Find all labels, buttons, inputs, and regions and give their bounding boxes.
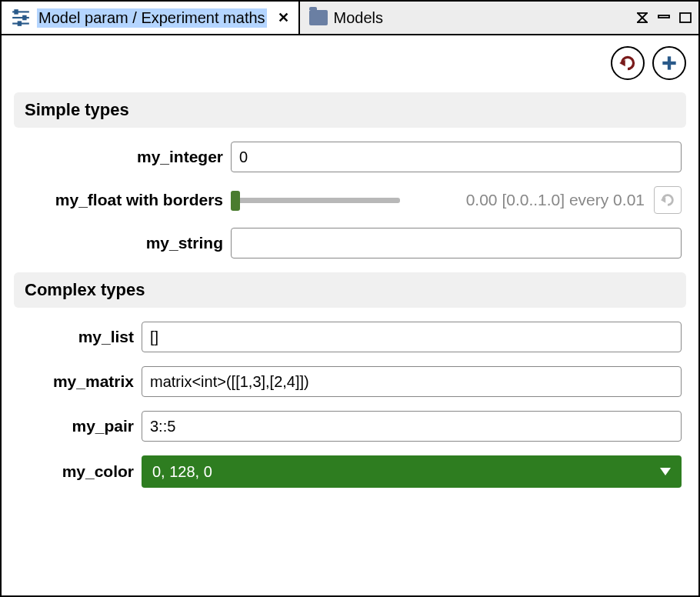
label-my-pair: my_pair [18,417,134,435]
tab-models[interactable]: Models [300,2,392,34]
input-my-pair[interactable] [142,411,682,442]
tab-params-title: Model param / Experiment maths [37,8,267,28]
caption-my-float: 0.00 [0.0..1.0] every 0.01 [406,191,648,209]
hourglass-icon[interactable] [635,12,649,23]
row-my-integer: my_integer [18,142,682,172]
label-my-matrix: my_matrix [18,372,134,391]
add-button[interactable] [652,46,686,80]
toolbar [2,35,698,80]
row-my-matrix: my_matrix [18,366,682,397]
svg-rect-10 [658,15,669,18]
undo-button[interactable] [611,46,645,80]
label-my-string: my_string [18,234,223,252]
window-controls [635,2,692,34]
row-my-float: my_float with borders 0.00 [0.0..1.0] ev… [18,186,682,214]
sliders-icon [11,8,31,28]
label-my-float: my_float with borders [18,191,223,209]
maximize-icon[interactable] [678,12,692,23]
svg-rect-3 [15,10,17,13]
svg-rect-5 [18,22,21,25]
row-my-string: my_string [18,228,682,258]
reset-my-float-button[interactable] [654,186,682,214]
close-tab-icon[interactable]: ✕ [278,9,289,26]
tab-bar: Model param / Experiment maths ✕ Models [2,2,698,35]
row-my-list: my_list [18,322,682,352]
slider-my-float-wrap: 0.00 [0.0..1.0] every 0.01 [231,186,682,214]
input-my-matrix[interactable] [142,366,682,397]
slider-thumb-icon[interactable] [231,191,240,211]
color-value: 0, 128, 0 [152,463,212,481]
label-my-list: my_list [18,328,134,346]
section-simple-body: my_integer my_float with borders 0.00 [0… [14,128,686,268]
section-simple-types: Simple types [14,92,686,128]
input-my-string[interactable] [231,228,682,258]
tab-models-title: Models [334,9,383,27]
input-my-list[interactable] [142,322,682,352]
row-my-pair: my_pair [18,411,682,442]
slider-my-float[interactable] [231,198,400,203]
label-my-integer: my_integer [18,148,223,166]
svg-rect-4 [23,16,25,19]
tab-params[interactable]: Model param / Experiment maths ✕ [2,2,300,34]
content: Simple types my_integer my_float with bo… [2,80,698,505]
minimize-icon[interactable] [657,12,671,23]
row-my-color: my_color 0, 128, 0 [18,455,682,488]
input-my-integer[interactable] [231,142,682,172]
folder-icon [309,10,328,25]
chevron-down-icon [660,468,671,475]
svg-rect-11 [680,13,691,22]
color-picker-my-color[interactable]: 0, 128, 0 [142,455,682,488]
section-complex-body: my_list my_matrix my_pair my_color 0, 12… [14,308,686,497]
label-my-color: my_color [18,462,134,481]
section-complex-types: Complex types [14,272,686,308]
